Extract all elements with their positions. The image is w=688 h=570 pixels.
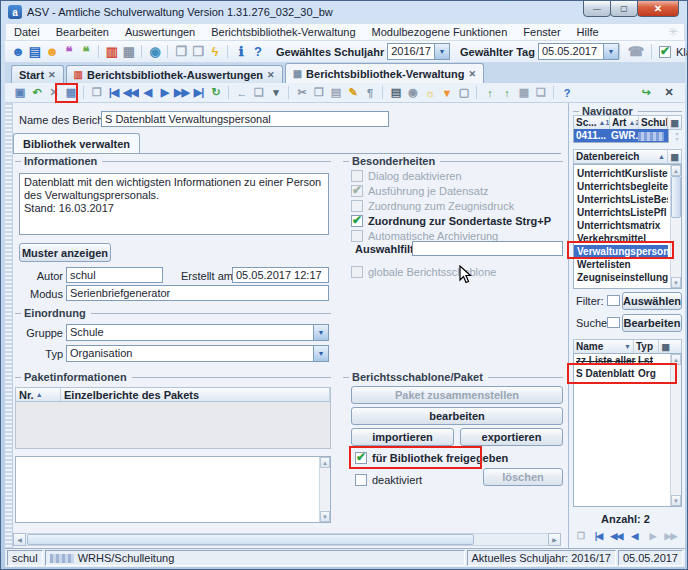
zz Liste aller Per...[interactable]: zz Liste aller Per... Lst <box>574 354 681 367</box>
scrollbar-vertical[interactable]: ▲ ▼ <box>670 165 681 288</box>
gruppe-combobox[interactable]: Schule ▼ <box>66 324 329 341</box>
filter-checkbox[interactable] <box>607 295 620 306</box>
scrollbar-vertical[interactable]: ▲ ▼ <box>670 354 681 506</box>
import-bibliothek-icon[interactable]: ↑ <box>481 84 498 101</box>
neuer-bericht-icon[interactable]: ❏ <box>250 84 267 101</box>
neuer-bericht-dropdown-icon[interactable]: ▾ <box>267 84 284 101</box>
besonderheiten-checkbox[interactable]: Ausführung je Datensatz <box>351 184 488 198</box>
checkbox-box[interactable] <box>351 200 363 212</box>
checkbox-box[interactable] <box>351 230 363 242</box>
lehrkraefte-icon[interactable]: ☻ <box>43 43 60 60</box>
aktualisieren-icon[interactable]: ↻ <box>207 84 224 101</box>
nachricht-lila-icon[interactable]: ❝ <box>60 43 77 60</box>
datensatz-kopieren-icon[interactable]: ❐ <box>88 84 105 101</box>
scrollbar-track[interactable] <box>26 533 548 546</box>
telefon-icon[interactable]: ☎ <box>627 43 644 60</box>
school-row[interactable]: 0411... GWR... <box>573 129 669 143</box>
menu-item[interactable]: Berichtsbibliothek-Verwaltung <box>207 25 359 39</box>
letzter-datensatz-icon[interactable]: ▶| <box>190 84 207 101</box>
scrollbar-vertical[interactable]: ▲ ▼ <box>319 457 330 522</box>
hinweis-icon[interactable]: ☼ <box>421 84 438 101</box>
exportieren-button[interactable]: exportieren <box>460 428 563 446</box>
datenbereich-item[interactable]: UnterrichtKursliste <box>574 167 668 180</box>
ruecksetzen-icon[interactable]: ↶ <box>28 84 45 101</box>
menu-item[interactable]: Auswertungen <box>121 25 199 39</box>
modus-input[interactable] <box>66 285 329 301</box>
report-name-input[interactable] <box>101 111 389 127</box>
checkbox-box[interactable] <box>351 215 363 227</box>
column-header-schule-nr[interactable]: Sc...▲1 <box>574 116 610 129</box>
close-button[interactable]: ✕ <box>637 0 679 17</box>
vorheriger-datensatz-icon[interactable]: ◀ <box>139 84 156 101</box>
datenbereich-item[interactable]: Verwaltungspersonal <box>574 245 668 258</box>
checkbox-box[interactable] <box>351 170 363 182</box>
beschreibung-textarea[interactable]: Datenblatt mit den wichtigsten Informati… <box>19 173 329 235</box>
scroll-right-icon[interactable]: ▶ <box>548 533 561 546</box>
scroll-up-icon[interactable]: ▲ <box>320 457 330 468</box>
drucken-icon[interactable]: ▤ <box>387 84 404 101</box>
autor-input[interactable] <box>66 267 163 283</box>
schneller-ruecklauf-icon[interactable]: ◀◀ <box>609 527 624 544</box>
besonderheiten-checkbox[interactable]: Zuordnung zum Zeugnisdruck <box>351 199 514 213</box>
column-header-typ[interactable]: Typ <box>634 340 659 353</box>
paket-detail-box[interactable]: ▲ ▼ <box>15 456 331 523</box>
fenster-icon[interactable]: ❒ <box>189 43 206 60</box>
datenbereich-item[interactable]: UnterrichtsListePfl <box>574 206 668 219</box>
column-config-icon[interactable]: ▦ <box>659 340 672 353</box>
globale-berichtsschablone-checkbox[interactable]: globale Berichtsschablone <box>351 265 496 279</box>
absatz-icon[interactable]: ¶ <box>361 84 378 101</box>
gesperrt-icon[interactable]: ▦ <box>515 84 532 101</box>
maximize-button[interactable]: ▢ <box>610 0 638 17</box>
tab-berichtsbibliothek-auswertungen[interactable]: ▥ Berichtsbibliothek-Auswertungen ✕ <box>66 65 283 83</box>
cd-icon[interactable]: ◉ <box>404 84 421 101</box>
deaktiviert-checkbox[interactable]: deaktiviert <box>355 473 422 487</box>
column-header-schule[interactable]: Schule <box>639 116 668 129</box>
column-header-nr[interactable]: Nr.▲ <box>16 388 61 401</box>
bearbeiten-button[interactable]: bearbeiten <box>351 407 563 425</box>
erster-datensatz-icon[interactable]: |◀ <box>105 84 122 101</box>
paket-table-body[interactable] <box>15 402 331 449</box>
column-config-icon[interactable]: ▦ <box>668 150 681 163</box>
suche-bearbeiten-button[interactable]: Bearbeiten <box>622 314 682 332</box>
datenbereich-item[interactable]: UnterrichtsListeBes <box>574 193 668 206</box>
vorlage-icon[interactable]: ❏ <box>532 84 549 101</box>
schnittstelle-icon[interactable]: ◉ <box>146 43 163 60</box>
schneller-vorlauf-icon[interactable]: ▶▶ <box>173 84 190 101</box>
minimize-button[interactable]: — <box>583 0 611 17</box>
menu-item[interactable]: Datei <box>10 25 44 39</box>
einfuegen-icon[interactable]: ▤ <box>327 84 344 101</box>
tab-start[interactable]: Start ✕ <box>11 65 64 83</box>
speichern-icon[interactable]: ▣ <box>11 84 28 101</box>
klasse-beibehalten-checkbox[interactable]: Klasse beibehalten <box>659 45 688 59</box>
fuer-bibliothek-freigegeben-checkbox[interactable]: für Bibliothek freigegeben <box>355 451 508 465</box>
datensatz-loeschen-icon[interactable]: ✕ <box>45 84 62 101</box>
auswahl-icon[interactable]: ▢ <box>455 84 472 101</box>
column-header-datenbereich[interactable]: Datenbereich▲ <box>574 150 668 163</box>
S Datenblatt Ve...[interactable]: S Datenblatt Ve... Org <box>574 367 681 380</box>
column-header-einzelberichte[interactable]: Einzelberichte des Pakets <box>61 388 330 401</box>
vorheriger-datensatz-icon[interactable]: ◀ <box>627 527 642 544</box>
menu-item[interactable]: Fenster <box>519 25 564 39</box>
datenbereich-item[interactable]: Unterrichtsmatrix <box>574 219 668 232</box>
suche-checkbox[interactable] <box>607 317 620 328</box>
paket-zusammenstellen-button[interactable]: Paket zusammenstellen <box>351 386 563 404</box>
statistik-icon[interactable]: ▦ <box>120 43 137 60</box>
chevron-down-icon[interactable]: ▼ <box>434 44 449 59</box>
column-header-name[interactable]: Name▼ <box>574 340 634 353</box>
info-icon[interactable]: ℹ <box>232 43 249 60</box>
typ-combobox[interactable]: Organisation ▼ <box>66 345 329 362</box>
tab-close-icon[interactable]: ✕ <box>48 70 56 80</box>
scroll-down-icon[interactable]: ▾ <box>675 136 678 142</box>
schuljahr-combobox[interactable]: 2016/17 ▼ <box>387 43 450 60</box>
tab-close-icon[interactable]: ✕ <box>468 69 476 79</box>
hilfe-icon[interactable]: ? <box>558 84 575 101</box>
schneller-ruecklauf-icon[interactable]: ◀◀ <box>122 84 139 101</box>
nachricht-gruen-icon[interactable]: ❝ <box>77 43 94 60</box>
scrollbar-thumb[interactable] <box>671 176 681 218</box>
export-bibliothek-icon[interactable]: ↑ <box>498 84 515 101</box>
erster-datensatz-icon[interactable]: |◀ <box>591 527 606 544</box>
filter-icon[interactable]: ▼ <box>438 84 455 101</box>
checkbox-box[interactable] <box>351 266 363 278</box>
ansicht-schliessen-icon[interactable]: ✕ <box>660 84 677 101</box>
splitter-handle[interactable] <box>5 103 13 548</box>
